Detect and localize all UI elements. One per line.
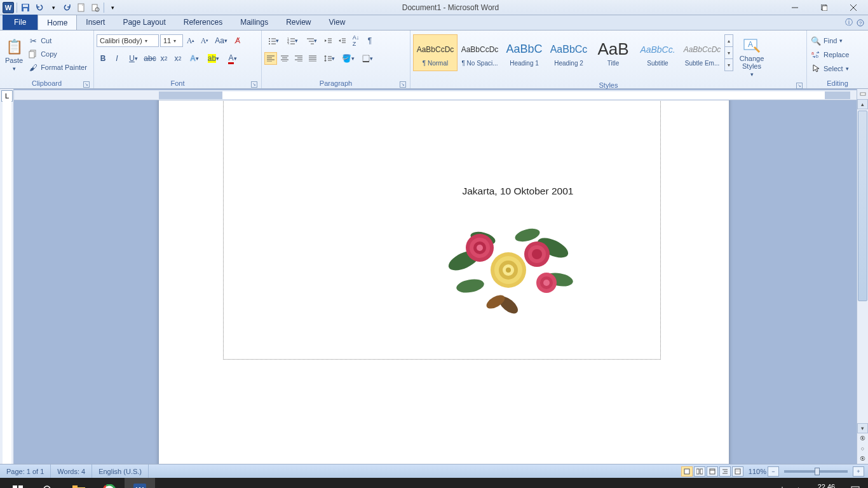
highlight-button[interactable]: ab▾ [205,52,222,65]
tray-chevron-icon[interactable]: ︿ [765,486,772,489]
align-center-button[interactable] [278,52,291,65]
tab-mailings[interactable]: Mailings [231,15,277,30]
replace-button[interactable]: abReplace [810,48,850,61]
zoom-out-button[interactable]: − [768,466,779,477]
increase-indent-button[interactable] [336,34,348,47]
text-effects-button[interactable]: A▾ [186,52,203,65]
full-screen-reading-button[interactable] [694,466,705,477]
new-doc-icon[interactable] [76,2,87,13]
draft-view-button[interactable] [732,466,743,477]
web-layout-view-button[interactable] [707,466,718,477]
tab-file[interactable]: File [3,15,37,30]
undo-dropdown-icon[interactable]: ▾ [48,2,59,13]
superscript-button[interactable]: x2 [172,52,184,65]
chevron-up-icon[interactable]: ▴ [725,35,733,47]
tab-view[interactable]: View [320,15,355,30]
file-explorer-taskbar-icon[interactable] [64,478,94,488]
outline-view-button[interactable] [719,466,731,477]
change-case-button[interactable]: Aa▾ [212,34,230,47]
search-button[interactable] [33,478,64,488]
italic-button[interactable]: I [111,52,123,65]
page[interactable]: Jakarta, 10 Oktober 2001 [159,100,729,464]
sort-button[interactable]: A↓Z [349,34,362,47]
minimize-ribbon-icon[interactable]: ⓘ [845,17,853,28]
zoom-in-button[interactable]: + [853,466,864,477]
align-left-button[interactable] [264,52,277,65]
previous-page-icon[interactable]: ⦿ [857,433,868,444]
multilevel-list-button[interactable]: ▾ [302,34,320,47]
style-no-spacing[interactable]: AaBbCcDc¶ No Spaci... [458,34,502,71]
strikethrough-button[interactable]: abc [144,52,156,65]
clear-formatting-button[interactable]: A̸ [231,34,244,47]
subscript-button[interactable]: x2 [158,52,170,65]
font-size-combo[interactable]: 11▾ [160,34,183,47]
styles-gallery-scroll[interactable]: ▴▾▾ [724,34,733,71]
document-text-line-1[interactable]: Jakarta, 10 Oktober 2001 [463,186,574,197]
start-button[interactable] [3,478,33,488]
minimize-button[interactable] [780,0,810,15]
select-button[interactable]: Select▾ [810,62,850,75]
show-marks-button[interactable]: ¶ [363,34,376,47]
tray-clock[interactable]: 22.46 09/10/2022 [809,483,844,488]
style-subtle-emphasis[interactable]: AaBbCcDcSubtle Em... [680,34,724,71]
browse-object-icon[interactable]: ○ [857,444,868,454]
grow-font-button[interactable]: A▴ [184,34,197,47]
tab-references[interactable]: References [175,15,231,30]
horizontal-ruler[interactable] [14,90,857,100]
font-name-combo[interactable]: Calibri (Body)▾ [97,34,159,47]
tray-notifications-icon[interactable] [850,485,860,488]
qat-customize-dropdown[interactable]: ▾ [107,2,118,13]
shrink-font-button[interactable]: A▾ [198,34,211,47]
tab-insert[interactable]: Insert [77,15,114,30]
cut-button[interactable]: ✂Cut [27,34,88,47]
font-launcher-icon[interactable]: ↘ [251,81,257,88]
scroll-down-icon[interactable]: ▾ [857,423,868,433]
vertical-ruler[interactable]: L [0,89,14,464]
undo-icon[interactable] [34,2,45,13]
style-heading1[interactable]: AaBbCHeading 1 [502,34,546,71]
style-normal[interactable]: AaBbCcDc¶ Normal [413,34,458,71]
scrollbar-thumb[interactable] [858,111,867,301]
bullets-button[interactable]: ▾ [264,34,282,47]
zoom-level[interactable]: 110% [749,468,766,475]
status-language[interactable]: English (U.S.) [92,464,149,478]
align-right-button[interactable] [292,52,305,65]
underline-button[interactable]: U▾ [125,52,142,65]
style-heading2[interactable]: AaBbCcHeading 2 [546,34,591,71]
word-app-icon[interactable]: W [3,2,14,13]
style-subtitle[interactable]: AaBbCc.Subtitle [635,34,680,71]
styles-gallery[interactable]: AaBbCcDc¶ Normal AaBbCcDc¶ No Spaci... A… [413,34,733,71]
clipboard-launcher-icon[interactable]: ↘ [83,81,90,88]
numbering-button[interactable]: 123▾ [283,34,301,47]
style-title[interactable]: AaBTitle [591,34,635,71]
zoom-slider-knob[interactable] [815,468,820,475]
shading-button[interactable]: 🪣▾ [339,52,357,65]
paragraph-launcher-icon[interactable]: ↘ [400,81,406,88]
line-spacing-button[interactable]: ▾ [320,52,338,65]
word-taskbar-icon[interactable]: W [125,478,155,488]
vertical-scrollbar[interactable]: ▴ ▾ ⦿ ○ ⦿ [857,89,868,464]
print-layout-view-button[interactable] [681,466,693,477]
format-painter-button[interactable]: 🖌Format Painter [27,61,88,74]
redo-icon[interactable] [62,2,73,13]
print-preview-icon[interactable] [90,2,101,13]
zoom-slider[interactable] [784,470,848,473]
next-page-icon[interactable]: ⦿ [857,454,868,464]
ruler-toggle-icon[interactable] [857,89,868,99]
find-button[interactable]: 🔍Find▾ [810,34,844,47]
change-styles-button[interactable]: A Change Styles▾ [735,34,769,81]
document-viewport[interactable]: Jakarta, 10 Oktober 2001 [14,100,868,464]
borders-button[interactable]: ▾ [358,52,376,65]
styles-launcher-icon[interactable]: ↘ [796,83,803,89]
copy-button[interactable]: Copy [27,48,88,60]
status-words[interactable]: Words: 4 [51,464,92,478]
maximize-button[interactable] [810,0,839,15]
chrome-taskbar-icon[interactable] [94,478,125,488]
more-icon[interactable]: ▾ [725,59,733,71]
chevron-down-icon[interactable]: ▾ [725,47,733,59]
bold-button[interactable]: B [97,52,109,65]
help-icon[interactable]: ? [857,19,864,27]
scroll-up-icon[interactable]: ▴ [857,99,868,109]
tab-home[interactable]: Home [37,15,77,30]
scrollbar-track[interactable] [857,109,868,423]
